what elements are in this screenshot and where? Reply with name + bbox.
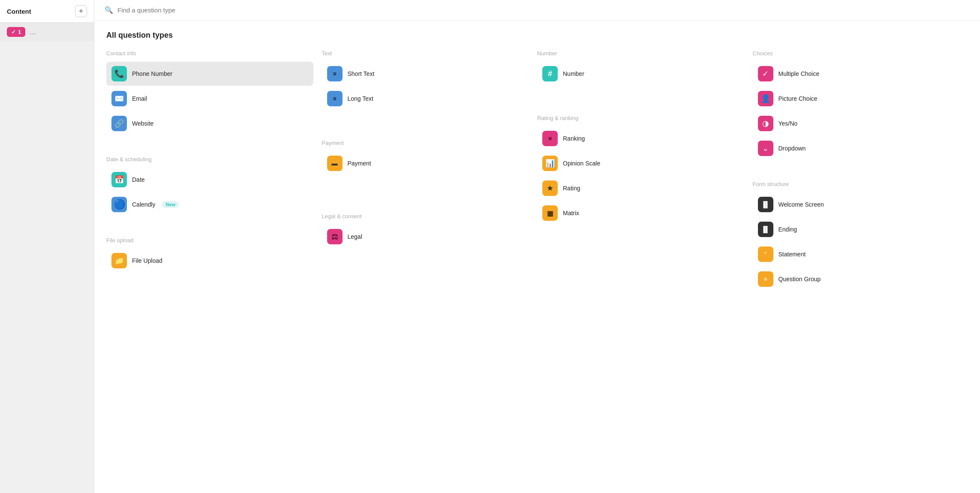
calendly-icon: 🔵: [111, 197, 127, 212]
category-label-number: Number: [537, 50, 744, 57]
payment-icon: ▬: [327, 156, 343, 171]
category-label-rating: Rating & ranking: [537, 115, 744, 121]
type-legal[interactable]: ⚖ Legal: [322, 225, 529, 249]
section-title: All question types: [106, 31, 968, 40]
number-icon: #: [542, 66, 558, 81]
badge-number: 1: [18, 29, 21, 35]
category-label-form-structure: Form structure: [753, 181, 960, 187]
type-welcome-screen[interactable]: ▐▌ Welcome Screen: [753, 192, 960, 216]
search-input[interactable]: [117, 6, 970, 14]
check-badge[interactable]: ✓ 1: [7, 27, 25, 37]
sidebar-item-row: ✓ 1 ...: [0, 23, 94, 41]
rating-icon: ★: [542, 180, 558, 196]
type-number[interactable]: # Number: [537, 62, 744, 86]
type-phone-number[interactable]: 📞 Phone Number: [106, 62, 313, 86]
type-picture-choice[interactable]: 👤 Picture Choice: [753, 87, 960, 111]
ranking-icon: ≡: [542, 131, 558, 146]
type-long-text[interactable]: ≡ Long Text: [322, 87, 529, 111]
type-dropdown[interactable]: ⌄ Dropdown: [753, 136, 960, 160]
col-4: Choices ✓ Multiple Choice 👤 Picture Choi…: [753, 50, 968, 303]
type-label-long-text: Long Text: [348, 95, 373, 102]
type-label-welcome-screen: Welcome Screen: [779, 201, 824, 208]
category-label-text: Text: [322, 50, 529, 57]
question-group-icon: ≡: [758, 271, 773, 287]
type-label-website: Website: [132, 120, 153, 127]
type-label-number: Number: [563, 70, 584, 77]
type-matrix[interactable]: ▦ Matrix: [537, 201, 744, 225]
main-panel: 🔍 All question types Contact info 📞 Phon…: [94, 0, 980, 493]
sidebar: Content + ✓ 1 ...: [0, 0, 94, 493]
type-label-ranking: Ranking: [563, 135, 585, 142]
type-short-text[interactable]: ≡ Short Text: [322, 62, 529, 86]
type-ranking[interactable]: ≡ Ranking: [537, 126, 744, 150]
type-multiple-choice[interactable]: ✓ Multiple Choice: [753, 62, 960, 86]
type-file-upload[interactable]: 📁 File Upload: [106, 249, 313, 273]
type-payment[interactable]: ▬ Payment: [322, 151, 529, 175]
type-label-date: Date: [132, 176, 145, 183]
category-choices: Choices ✓ Multiple Choice 👤 Picture Choi…: [753, 50, 968, 160]
category-rating-ranking: Rating & ranking ≡ Ranking 📊 Opinion Sca…: [537, 115, 753, 225]
type-label-dropdown: Dropdown: [779, 145, 806, 152]
type-question-group[interactable]: ≡ Question Group: [753, 267, 960, 291]
date-icon: 📅: [111, 172, 127, 187]
type-label-calendly: Calendly: [132, 201, 155, 208]
new-badge: New: [162, 201, 179, 208]
multiple-choice-icon: ✓: [758, 66, 773, 81]
type-label-short-text: Short Text: [348, 70, 375, 77]
category-label-file: File upload: [106, 237, 313, 243]
type-label-picture-choice: Picture Choice: [779, 95, 818, 102]
yes-no-icon: ◑: [758, 116, 773, 131]
type-email[interactable]: ✉️ Email: [106, 87, 313, 111]
category-date-scheduling: Date & scheduling 📅 Date 🔵 Calendly New: [106, 156, 322, 216]
type-calendly[interactable]: 🔵 Calendly New: [106, 192, 313, 216]
category-legal: Legal & consent ⚖ Legal: [322, 213, 538, 249]
matrix-icon: ▦: [542, 205, 558, 221]
type-label-multiple-choice: Multiple Choice: [779, 70, 820, 77]
long-text-icon: ≡: [327, 91, 343, 106]
ellipsis-menu[interactable]: ...: [30, 27, 36, 36]
type-label-legal: Legal: [348, 233, 362, 240]
type-yes-no[interactable]: ◑ Yes/No: [753, 111, 960, 135]
type-opinion-scale[interactable]: 📊 Opinion Scale: [537, 151, 744, 175]
type-label-rating: Rating: [563, 185, 580, 192]
search-bar: 🔍: [94, 0, 980, 21]
type-label-payment: Payment: [348, 160, 371, 167]
type-label-statement: Statement: [779, 251, 806, 258]
welcome-screen-icon: ▐▌: [758, 197, 773, 212]
file-icon: 📁: [111, 253, 127, 268]
type-label-phone: Phone Number: [132, 70, 172, 77]
email-icon: ✉️: [111, 91, 127, 106]
types-grid: Contact info 📞 Phone Number ✉️ Email 🔗 W…: [106, 50, 968, 303]
ending-icon: ▐▌: [758, 222, 773, 237]
type-label-matrix: Matrix: [563, 210, 579, 216]
type-rating[interactable]: ★ Rating: [537, 176, 744, 200]
col-2: Text ≡ Short Text ≡ Long Text Payment: [322, 50, 538, 303]
category-number: Number # Number: [537, 50, 753, 86]
type-statement[interactable]: " Statement: [753, 242, 960, 266]
legal-icon: ⚖: [327, 229, 343, 244]
category-contact-info: Contact info 📞 Phone Number ✉️ Email 🔗 W…: [106, 50, 322, 135]
search-icon: 🔍: [105, 6, 113, 14]
category-form-structure: Form structure ▐▌ Welcome Screen ▐▌ Endi…: [753, 181, 968, 291]
picture-choice-icon: 👤: [758, 91, 773, 106]
type-label-email: Email: [132, 95, 147, 102]
opinion-scale-icon: 📊: [542, 156, 558, 171]
short-text-icon: ≡: [327, 66, 343, 81]
category-payment: Payment ▬ Payment: [322, 140, 538, 175]
category-label-payment: Payment: [322, 140, 529, 146]
sidebar-title: Content: [7, 8, 31, 15]
type-label-file: File Upload: [132, 257, 162, 264]
type-label-question-group: Question Group: [779, 276, 821, 283]
add-button[interactable]: +: [75, 5, 87, 17]
category-label-legal: Legal & consent: [322, 213, 529, 219]
check-icon: ✓: [11, 29, 16, 35]
type-date[interactable]: 📅 Date: [106, 168, 313, 192]
type-label-opinion-scale: Opinion Scale: [563, 160, 600, 167]
category-label-choices: Choices: [753, 50, 960, 57]
statement-icon: ": [758, 246, 773, 262]
type-website[interactable]: 🔗 Website: [106, 111, 313, 135]
type-ending[interactable]: ▐▌ Ending: [753, 217, 960, 241]
category-label-contact-info: Contact info: [106, 50, 313, 57]
sidebar-header: Content +: [0, 0, 94, 23]
phone-icon: 📞: [111, 66, 127, 81]
